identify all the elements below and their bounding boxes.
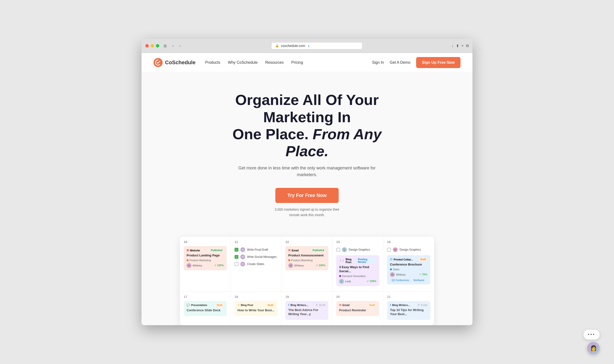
forward-button[interactable]: › — [178, 43, 182, 48]
cta-button[interactable]: Try For Free Now — [275, 188, 338, 203]
nav-why-coschedule[interactable]: Why CoSchedule — [228, 60, 258, 65]
assignee-name-blog: Leah — [345, 280, 351, 283]
card-website-landing[interactable]: ⊞ Website Published Product Landing Page… — [184, 246, 227, 270]
nav-resources[interactable]: Resources — [265, 60, 284, 65]
card-blog-write[interactable]: ✦ Blog Post Draft How to Write Your Best… — [234, 301, 277, 316]
nav-links: Products Why CoSchedule Resources Pricin… — [205, 60, 372, 65]
calendar-day-14: 14 W Design Graphics ⬡ Printed Collat... — [383, 237, 434, 291]
website-icon: ⊞ — [187, 249, 189, 252]
card-type-label-bw-21: Blog Writers... — [392, 304, 410, 307]
share-icon[interactable]: ⬆ — [456, 44, 459, 48]
card-type-blog-18: ✦ Blog Post — [237, 304, 253, 307]
fb-icon-19: f — [288, 303, 289, 307]
checkbox-2[interactable]: ✓ — [234, 255, 238, 259]
day-number-17: 17 — [184, 295, 227, 299]
sidebar-toggle-button[interactable]: ⊞ — [162, 43, 168, 49]
chat-avatar[interactable]: 👩 — [587, 342, 600, 354]
card-blog-writers-21[interactable]: f Blog Writers... ⏱ 4:15p Top 10 Tips fo… — [387, 301, 430, 320]
calendar-day-13: 13 L Design Graphics ⋮⋮ Blog Post — [332, 237, 383, 291]
assignee-name-email: Whitney — [294, 264, 304, 267]
cta-note-line2: remote work this month. — [289, 213, 325, 217]
card-badge-published: Published — [209, 248, 224, 252]
card-footer-collateral: W Whitney ✓ 75% — [390, 272, 427, 277]
card-email-reminder[interactable]: ✉ Email Draft Product Reminder — [336, 301, 379, 316]
design-task-13: L Design Graphics — [336, 246, 379, 253]
tag-northwest: Northwest — [412, 278, 426, 282]
progress-collateral: ✓ 75% — [419, 273, 427, 276]
day-number-18: 18 — [234, 295, 277, 299]
calendar-grid: 10 ⊞ Website Published Product Landing P… — [180, 237, 434, 325]
card-type-label-blog-18: Blog Post — [241, 304, 253, 307]
checkbox-design-13[interactable] — [336, 248, 340, 252]
calendar-day-19: 19 f Blog Writers... ⏱ 10:42 — [282, 292, 332, 325]
card-type-email-20: ✉ Email — [339, 304, 349, 307]
assignee-name-collateral: Whitney — [396, 273, 406, 276]
logo-icon — [153, 58, 163, 67]
minimize-button[interactable] — [151, 44, 154, 47]
design-task-14: W Design Graphics — [387, 246, 430, 253]
nav-pricing[interactable]: Pricing — [291, 60, 303, 65]
calendar-day-12: 12 ✉ Email Published Product Announcemen… — [282, 237, 332, 291]
calendar-day-11: 11 ✓ W Write-Final-Draft ✓ W Write-Socia… — [231, 237, 282, 291]
sign-in-link[interactable]: Sign In — [372, 60, 384, 65]
logo[interactable]: CoSchedule — [153, 58, 195, 67]
day-number-13: 13 — [336, 240, 379, 244]
get-demo-link[interactable]: Get A Demo — [390, 60, 410, 65]
card-title-presentation: Conference Slide Deck — [187, 308, 224, 312]
card-footer-blog: L Leah ✓ 100% — [339, 279, 376, 284]
checkbox-3[interactable] — [234, 262, 238, 266]
avatar-blog: L — [339, 279, 344, 284]
card-email-announcement[interactable]: ✉ Email Published Product Announcement P… — [286, 246, 328, 270]
tags-row-collateral: Q2 Conferences Northwest — [390, 278, 427, 282]
cta-note-line1: 3,000 marketers signed up to organize th… — [275, 208, 339, 211]
back-button[interactable]: ‹ — [171, 43, 175, 48]
signup-button[interactable]: Sign Up Free Now — [416, 57, 461, 68]
card-type-label: Website — [190, 249, 200, 252]
https-indicator: ● — [308, 45, 309, 47]
card-type-label-collateral: Printed Collat... — [394, 258, 413, 261]
tabs-icon[interactable]: ⧉ — [466, 44, 469, 48]
day-number-21: 21 — [387, 295, 430, 299]
card-type-label-email-20: Email — [342, 304, 349, 307]
calendar-day-10: 10 ⊞ Website Published Product Landing P… — [180, 237, 231, 291]
card-blog-social[interactable]: ⋮⋮ Blog Post Pending Review 3 Easy Ways … — [336, 255, 379, 286]
task-item-2: ✓ W Write-Social-Messages — [234, 253, 277, 260]
avatar-email: W — [288, 263, 293, 268]
email-icon: ✉ — [288, 249, 290, 252]
card-blog-writers-19[interactable]: f Blog Writers... ⏱ 10:42 The Best Advic… — [286, 301, 328, 320]
nav-products[interactable]: Products — [205, 60, 220, 65]
card-tag: Product Marketing — [187, 259, 224, 262]
chat-dots[interactable]: ••• — [584, 330, 600, 339]
clock-icon-21: ⏱ — [417, 304, 420, 307]
progress-blog: ✓ 100% — [367, 280, 376, 283]
time-badge-21: ⏱ 4:15p — [417, 304, 427, 307]
close-button[interactable] — [145, 44, 149, 47]
fb-icon-21: f — [390, 303, 391, 307]
download-icon[interactable]: ↓ — [452, 44, 453, 48]
card-badge-published-2: Published — [311, 248, 326, 252]
card-title-blog: 3 Easy Ways to Find Social... — [339, 265, 376, 273]
card-presentation[interactable]: 💬 Presentation Draft Conference Slide De… — [184, 301, 227, 316]
new-tab-icon[interactable]: + — [462, 44, 464, 48]
address-bar-container: 🔒 coschedule.com ● — [185, 42, 449, 49]
card-type-website: ⊞ Website — [187, 249, 200, 252]
card-badge-pending: Pending Review — [356, 258, 376, 264]
day-number-11: 11 — [234, 240, 277, 244]
card-type-collateral: ⬡ Printed Collat... — [390, 258, 413, 261]
card-assignee-collateral: W Whitney — [390, 272, 406, 277]
tag-q2: Q2 Conferences — [390, 278, 411, 282]
checkbox-1[interactable]: ✓ — [234, 248, 238, 252]
card-type-bw-19: f Blog Writers... — [288, 303, 308, 307]
address-bar[interactable]: 🔒 coschedule.com ● — [271, 42, 362, 49]
card-type-label-presentation: Presentation — [191, 304, 207, 307]
card-type-email: ✉ Email — [288, 249, 299, 252]
card-footer-email: W Whitney ✓ 100% — [288, 263, 326, 268]
task-label-1: Write-Final-Draft — [247, 248, 268, 251]
card-type-presentation: 💬 Presentation — [187, 304, 207, 307]
card-title-collateral: Conference Brochure — [390, 263, 427, 267]
card-collateral-brochure[interactable]: ⬡ Printed Collat... Draft Conference Bro… — [387, 255, 430, 285]
lock-icon: 🔒 — [275, 44, 279, 47]
dashboard-preview: 10 ⊞ Website Published Product Landing P… — [175, 237, 439, 325]
maximize-button[interactable] — [156, 44, 159, 47]
checkbox-design-14[interactable] — [387, 248, 391, 252]
